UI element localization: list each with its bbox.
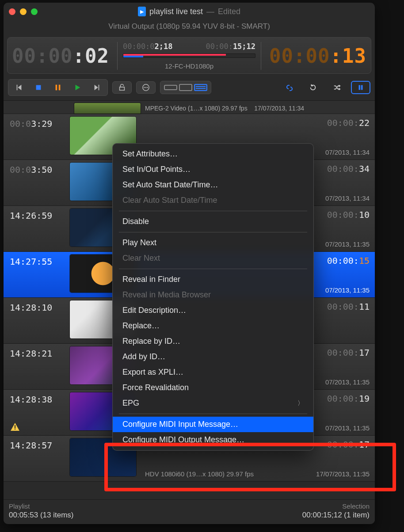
menu-item: Reveal in Media Browser bbox=[113, 287, 313, 303]
view-mode-toggle[interactable] bbox=[160, 81, 211, 94]
menu-item[interactable]: Edit Description… bbox=[113, 303, 313, 318]
duration: 00:00:34 bbox=[327, 163, 370, 174]
elapsed-timecode: 00:00:02 bbox=[12, 45, 114, 67]
playlist-total: 00:05:53 (13 items) bbox=[9, 511, 73, 520]
link-button[interactable] bbox=[279, 81, 299, 94]
menu-item[interactable]: Configure MIDI Input Message… bbox=[113, 417, 313, 432]
large-view-icon[interactable] bbox=[194, 84, 207, 91]
start-time: 14:27:55 bbox=[4, 252, 70, 297]
menu-item: Clear Auto Start Date/Time bbox=[113, 193, 313, 208]
window-controls bbox=[9, 8, 38, 15]
shuffle-button[interactable] bbox=[327, 81, 347, 94]
close-icon[interactable] bbox=[9, 8, 15, 15]
menu-item[interactable]: Reveal in Finder bbox=[113, 272, 313, 287]
menu-item[interactable]: Set Attributes… bbox=[113, 146, 313, 162]
prev-button[interactable] bbox=[9, 81, 29, 94]
context-menu[interactable]: Set Attributes…Set In/Out Points…Set Aut… bbox=[112, 143, 314, 451]
ellipsis-icon bbox=[142, 84, 150, 91]
start-time: 14:28:21 bbox=[4, 344, 70, 389]
stop-button[interactable] bbox=[29, 81, 48, 94]
zoom-icon[interactable] bbox=[31, 8, 38, 15]
more-button[interactable] bbox=[136, 81, 156, 94]
codec-label: HDV 1080i60 (19…x 1080) 29.97 fps bbox=[145, 470, 254, 478]
document-icon: ▶ bbox=[138, 7, 146, 16]
date-label: 07/2013, 11:34 bbox=[325, 148, 370, 156]
start-time: 14:28:10 bbox=[4, 298, 70, 343]
menu-item[interactable]: Set In/Out Points… bbox=[113, 162, 313, 177]
medium-view-icon[interactable] bbox=[179, 84, 192, 91]
reload-button[interactable] bbox=[303, 81, 323, 94]
svg-rect-10 bbox=[15, 429, 15, 429]
menu-item[interactable]: Configure MIDI Output Message… bbox=[113, 432, 313, 448]
date-label: 07/2013, 11:35 bbox=[325, 286, 370, 294]
unlock-icon bbox=[118, 84, 126, 91]
date-label: 07/2013, 11:34 bbox=[325, 194, 370, 202]
status-bar: Playlist 00:05:53 (13 items) Selection 0… bbox=[4, 499, 375, 524]
edited-label: Edited bbox=[218, 7, 240, 16]
menu-item[interactable]: Play Next bbox=[113, 235, 313, 251]
minimize-icon[interactable] bbox=[20, 8, 27, 15]
shuffle-icon bbox=[333, 84, 341, 91]
menu-item[interactable]: Export as XPLI… bbox=[113, 365, 313, 380]
reload-icon bbox=[309, 84, 317, 91]
compact-view-icon[interactable] bbox=[164, 85, 177, 90]
chevron-right-icon: 〉 bbox=[297, 399, 304, 407]
remaining-timecode: 00:00:13 bbox=[264, 45, 366, 67]
svg-rect-2 bbox=[59, 85, 61, 91]
chain-pause-button[interactable] bbox=[351, 81, 370, 94]
date-label: 07/2013, 11:35 bbox=[325, 378, 370, 386]
start-time: 14:28:57 bbox=[4, 436, 70, 481]
start-time: 00:03:29 bbox=[4, 114, 70, 160]
svg-rect-0 bbox=[36, 85, 41, 90]
menu-item[interactable]: EPG〉 bbox=[113, 395, 313, 411]
link-icon bbox=[285, 84, 293, 91]
titlebar: ▶ playlist live test — Edited bbox=[4, 3, 375, 20]
svg-point-4 bbox=[144, 87, 145, 88]
timecode-panel: 00:00:02 00:00:02;18 00:00:15;12 12-FC-H… bbox=[7, 37, 371, 74]
duration: 00:00:22 bbox=[327, 118, 370, 128]
svg-rect-1 bbox=[56, 85, 57, 91]
menu-item[interactable]: Disable bbox=[113, 214, 313, 229]
duration: 00:00:11 bbox=[327, 301, 370, 312]
start-time: 14:28:38 bbox=[4, 390, 70, 435]
menu-item[interactable]: Force Revalidation bbox=[113, 380, 313, 395]
duration: 00:00:15 bbox=[327, 255, 370, 266]
svg-point-6 bbox=[147, 87, 148, 88]
list-item-partial[interactable]: MPEG-2 Video (1…x 1080) 29.97 fps 17/07/… bbox=[4, 101, 375, 114]
duration: 00:00:17 bbox=[327, 347, 370, 358]
menu-item[interactable]: Add by ID… bbox=[113, 349, 313, 365]
date-label: 07/2013, 11:35 bbox=[325, 240, 370, 248]
menu-item[interactable]: Set Auto Start Date/Time… bbox=[113, 177, 313, 193]
next-button[interactable] bbox=[87, 81, 107, 94]
selection-label: Selection bbox=[302, 502, 370, 510]
clip-progress: 00:00:02;18 00:00:15;12 12-FC-HD1080p bbox=[117, 42, 261, 70]
menu-item[interactable]: Replace… bbox=[113, 318, 313, 334]
app-window: ▶ playlist live test — Edited Virtual Ou… bbox=[4, 3, 375, 524]
pause-button[interactable] bbox=[48, 81, 68, 94]
start-time: 14:26:59 bbox=[4, 206, 70, 251]
output-subtitle: Virtual Output (1080p 59.94 YUV 8-bit - … bbox=[4, 20, 375, 37]
selection-total: 00:00:15;12 (1 item) bbox=[302, 511, 370, 520]
lock-button[interactable] bbox=[112, 81, 132, 94]
playlist-label: Playlist bbox=[9, 502, 73, 510]
codec-label: MPEG-2 Video (1…x 1080) 29.97 fps bbox=[145, 105, 248, 112]
svg-rect-7 bbox=[359, 85, 361, 90]
transport-toolbar bbox=[4, 76, 375, 100]
progress-bar[interactable] bbox=[123, 53, 255, 58]
menu-item: Clear Next bbox=[113, 251, 313, 266]
menu-item[interactable]: Replace by ID… bbox=[113, 334, 313, 349]
document-name: playlist live test bbox=[149, 7, 203, 16]
date-label: 07/2013, 11:35 bbox=[325, 424, 370, 432]
duration: 00:00:19 bbox=[327, 393, 370, 404]
play-button[interactable] bbox=[68, 81, 87, 94]
date-label: 17/07/2013, 11:35 bbox=[316, 470, 370, 478]
pause-icon bbox=[357, 84, 365, 91]
svg-point-5 bbox=[145, 87, 146, 88]
svg-rect-9 bbox=[15, 425, 15, 428]
duration: 00:00:10 bbox=[327, 209, 370, 220]
warning-icon bbox=[11, 423, 19, 431]
transport-group bbox=[8, 79, 108, 96]
duration: 00:00:17 bbox=[327, 439, 370, 450]
window-title: ▶ playlist live test — Edited bbox=[4, 7, 375, 16]
start-time: 00:03:50 bbox=[4, 160, 70, 205]
